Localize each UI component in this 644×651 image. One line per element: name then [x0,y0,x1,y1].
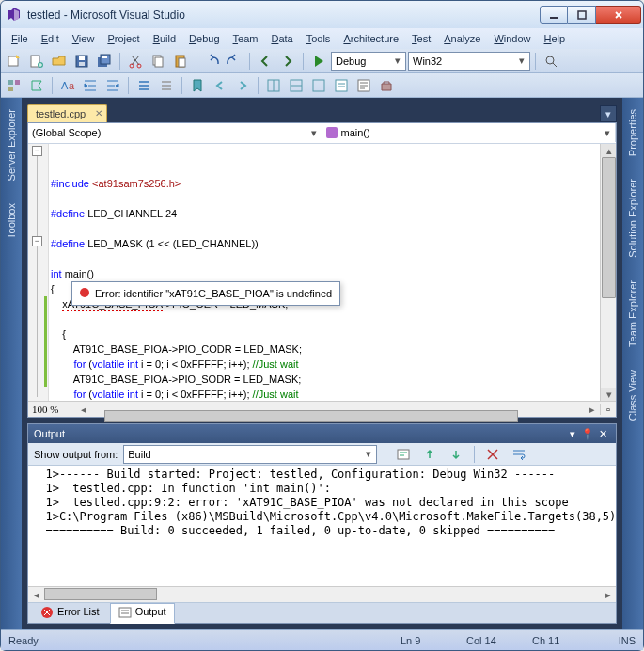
minimize-button[interactable] [540,6,568,24]
member-label: main() [341,127,370,138]
nav-forward-button[interactable] [277,51,298,71]
decrease-indent-button[interactable] [102,75,123,96]
menu-edit[interactable]: Edit [35,31,66,46]
sidetab-properties[interactable]: Properties [625,103,640,162]
output-pin-icon[interactable]: 📍 [580,428,595,440]
hscroll-right-icon[interactable]: ▸ [584,404,600,416]
nav-back-button[interactable] [255,51,275,71]
text-toolbar: Aa [1,73,643,98]
editor-vscrollbar[interactable]: ▴ ▾ [600,144,616,401]
output-dropdown-icon[interactable]: ▾ [565,428,580,440]
titlebar[interactable]: testled - Microsoft Visual Studio [1,1,643,28]
code-editor[interactable]: #include <at91sam7s256.h> #define LED_CH… [49,144,616,401]
sidetab-class-view[interactable]: Class View [625,364,640,426]
maximize-button[interactable] [568,6,596,24]
vscroll-thumb[interactable] [602,157,616,298]
increase-indent-button[interactable] [80,75,101,96]
tab-testled[interactable]: testled.cpp ✕ [27,104,107,122]
zoom-level[interactable]: 100 % [28,404,75,415]
add-item-button[interactable] [26,51,47,71]
find-button[interactable] [541,51,561,71]
collapse-icon[interactable]: − [32,236,42,246]
hscroll-thumb[interactable] [104,410,518,422]
save-button[interactable] [71,51,92,71]
bookmark-button[interactable] [187,75,208,96]
menu-view[interactable]: View [66,31,102,46]
tab-error-list[interactable]: Error List [32,603,108,624]
full-screen-button[interactable] [308,75,329,96]
next-bookmark-button[interactable] [232,75,253,96]
menu-data[interactable]: Data [264,31,299,46]
next-message-button[interactable] [446,444,466,465]
sidetab-server-explorer[interactable]: Server Explorer [4,103,19,186]
prev-message-button[interactable] [419,444,440,465]
hscroll-left-icon[interactable]: ◂ [75,404,91,416]
menubar: FileEditViewProjectBuildDebugTeamDataToo… [1,28,643,49]
copy-button[interactable] [148,51,168,71]
svg-rect-16 [179,58,185,67]
window-tile-button[interactable] [286,75,306,96]
menu-team[interactable]: Team [227,31,265,46]
platform-combo[interactable]: Win32▾ [408,52,530,71]
menu-tools[interactable]: Tools [300,31,338,46]
toggle-header-button[interactable]: Aa [57,75,78,96]
menu-file[interactable]: File [5,31,35,46]
toolbox-button[interactable] [376,75,397,96]
find-message-button[interactable] [393,444,414,465]
redo-button[interactable] [224,51,244,71]
cut-button[interactable] [125,51,146,71]
paste-button[interactable] [170,51,191,71]
uncomment-button[interactable] [156,75,177,96]
menu-project[interactable]: Project [101,31,146,46]
output-text[interactable]: 1>------ Build started: Project: testled… [28,466,616,586]
out-hscroll-left-icon[interactable]: ◂ [28,587,44,602]
app-window: testled - Microsoft Visual Studio FileEd… [0,0,644,651]
out-hscroll-right-icon[interactable]: ▸ [600,587,616,602]
split-button[interactable]: ▫ [600,404,616,415]
comment-button[interactable] [134,75,154,96]
menu-test[interactable]: Test [405,31,437,46]
out-hscroll-thumb[interactable] [44,588,157,600]
menu-analyze[interactable]: Analyze [437,31,487,46]
new-project-button[interactable] [4,51,24,71]
output-close-icon[interactable]: ✕ [595,428,610,440]
sidetab-toolbox[interactable]: Toolbox [4,198,19,245]
close-button[interactable] [596,6,641,24]
svg-rect-26 [336,80,347,91]
class-wizard-button[interactable] [26,75,47,96]
undo-button[interactable] [201,51,222,71]
tab-output[interactable]: Output [110,603,175,624]
scroll-down-icon[interactable]: ▾ [601,388,616,401]
object-browser-button[interactable] [4,75,24,96]
menu-help[interactable]: Help [538,31,573,46]
output-hscrollbar[interactable] [44,587,600,602]
svg-rect-18 [8,80,13,85]
output-panel: Output ▾ 📍 ✕ Show output from: Build▾ [27,423,617,624]
output-source-combo[interactable]: Build▾ [123,445,377,464]
sidetab-team-explorer[interactable]: Team Explorer [625,275,640,353]
menu-window[interactable]: Window [487,31,537,46]
sidetab-solution-explorer[interactable]: Solution Explorer [625,173,640,263]
output-title-bar[interactable]: Output ▾ 📍 ✕ [28,424,616,443]
menu-debug[interactable]: Debug [182,31,226,46]
start-debug-button[interactable] [308,51,329,71]
open-button[interactable] [49,51,70,71]
config-combo[interactable]: Debug▾ [331,52,406,71]
scope-combo[interactable]: (Global Scope)▾ [28,123,322,142]
menu-build[interactable]: Build [147,31,182,46]
scroll-up-icon[interactable]: ▴ [601,144,616,157]
properties-button[interactable] [353,75,374,96]
prev-bookmark-button[interactable] [210,75,230,96]
clear-output-button[interactable] [482,444,503,465]
word-wrap-button[interactable] [509,444,529,465]
editor-panel: (Global Scope)▾ main()▾ − − [27,122,617,418]
save-all-button[interactable] [94,51,115,71]
menu-architecture[interactable]: Architecture [337,31,405,46]
collapse-icon[interactable]: − [32,146,42,156]
tab-close-icon[interactable]: ✕ [95,108,102,119]
active-files-button[interactable]: ▾ [600,105,617,122]
window-split-button[interactable] [263,75,284,96]
task-list-button[interactable] [331,75,352,96]
member-combo[interactable]: main()▾ [322,123,617,142]
outline-gutter[interactable]: − − [28,144,49,401]
